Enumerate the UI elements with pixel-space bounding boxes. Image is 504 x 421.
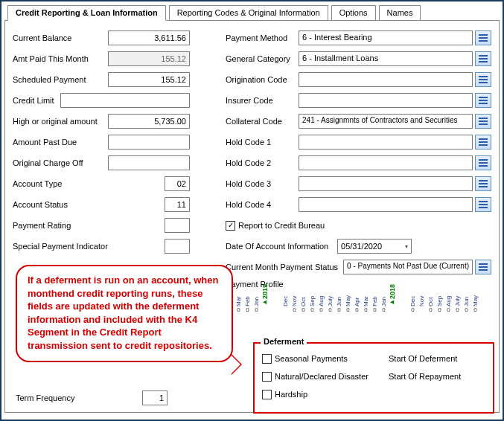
svg-rect-11 [479, 103, 488, 104]
checkbox-report-bureau[interactable]: ✓ [226, 221, 235, 231]
input-credit-limit[interactable] [60, 93, 190, 108]
lookup-cm-payment-status[interactable] [475, 260, 491, 274]
list-icon [478, 200, 488, 209]
label-term-frequency: Term Frequency [16, 393, 142, 402]
label-hold2: Hold Code 2 [226, 158, 299, 167]
credit-reporting-window: Credit Reporting & Loan Information Repo… [0, 0, 504, 421]
lookup-hold2[interactable] [475, 155, 491, 170]
list-icon [478, 263, 488, 271]
lookup-origination-code[interactable] [475, 72, 491, 87]
lookup-hold4[interactable] [475, 197, 491, 212]
input-special-payment[interactable] [165, 239, 190, 254]
checkbox-natural-disaster[interactable] [262, 372, 272, 382]
combo-hold4[interactable] [299, 197, 473, 212]
combo-collateral-code[interactable]: 241 - Assignmnts of Contractors and Secu… [299, 114, 473, 129]
svg-rect-12 [479, 118, 488, 119]
lookup-payment-method[interactable] [475, 30, 491, 45]
input-original-charge-off[interactable] [108, 155, 190, 170]
lookup-insurer-code[interactable] [475, 93, 491, 108]
input-payment-rating[interactable] [165, 218, 190, 233]
label-payment-rating: Payment Rating [13, 221, 165, 230]
lookup-hold3[interactable] [475, 176, 491, 191]
svg-rect-28 [479, 266, 488, 268]
checkbox-seasonal[interactable] [262, 354, 272, 364]
input-account-type[interactable] [165, 176, 190, 191]
label-general-category: General Category [226, 54, 299, 63]
list-icon [478, 138, 488, 147]
combo-general-category[interactable]: 6 - Installment Loans [299, 51, 473, 66]
combo-hold1[interactable] [299, 135, 473, 150]
deferment-legend: Deferment [261, 337, 307, 346]
label-report-bureau: Report to Credit Bureau [238, 221, 325, 230]
svg-rect-0 [479, 34, 488, 36]
label-account-status: Account Status [13, 200, 165, 209]
label-cm-payment-status: Current Month Payment Status [226, 263, 343, 271]
payment-profile: Payment Profile AprMarFebJan▸2019DecNovO… [226, 280, 491, 313]
input-amount-past-due[interactable] [108, 135, 190, 150]
label-special-payment: Special Payment Indicator [13, 242, 165, 251]
svg-rect-20 [479, 165, 488, 167]
label-start-repayment: Start Of Repayment [389, 372, 485, 381]
label-account-info-date: Date Of Account Information [226, 242, 337, 251]
annotation-callout: If a deferment is run on an account, whe… [16, 265, 233, 362]
input-current-balance[interactable] [108, 30, 190, 45]
tab-bar: Credit Reporting & Loan Information Repo… [4, 4, 500, 20]
svg-rect-10 [479, 100, 488, 101]
svg-rect-24 [479, 201, 488, 202]
tab-names[interactable]: Names [379, 5, 421, 21]
combo-payment-method[interactable]: 6 - Interest Bearing [299, 30, 473, 45]
label-seasonal: Seasonal Payments [275, 354, 348, 363]
input-high-original[interactable] [108, 114, 190, 129]
lookup-collateral-code[interactable] [475, 114, 491, 129]
svg-rect-26 [479, 207, 488, 208]
date-value: 05/31/2020 [341, 242, 382, 251]
svg-rect-22 [479, 183, 488, 184]
checkbox-hardship[interactable] [262, 390, 272, 399]
combo-cm-payment-status[interactable]: 0 - Payments Not Past Due (Current) [343, 260, 473, 274]
chevron-down-icon: ▾ [405, 243, 408, 250]
svg-rect-29 [479, 269, 488, 271]
lookup-hold1[interactable] [475, 135, 491, 150]
svg-rect-15 [479, 138, 488, 140]
lookup-general-category[interactable] [475, 51, 491, 66]
combo-hold3[interactable] [299, 176, 473, 191]
svg-rect-25 [479, 204, 488, 205]
list-icon [478, 75, 488, 84]
label-origination-code: Origination Code [226, 75, 299, 84]
label-hold1: Hold Code 1 [226, 138, 299, 147]
input-amt-paid [108, 51, 190, 66]
list-icon [478, 54, 488, 63]
label-collateral-code: Collateral Code [226, 117, 299, 126]
tab-options[interactable]: Options [331, 5, 376, 21]
list-icon [478, 179, 488, 188]
combo-insurer-code[interactable] [299, 93, 473, 108]
label-payment-method: Payment Method [226, 33, 299, 42]
list-icon [478, 96, 488, 105]
svg-rect-3 [479, 55, 488, 57]
input-scheduled-payment[interactable] [108, 72, 190, 87]
label-hold3: Hold Code 3 [226, 179, 299, 188]
input-account-status[interactable] [165, 197, 190, 212]
svg-rect-8 [479, 82, 488, 83]
svg-rect-7 [479, 79, 488, 80]
tab-credit-reporting[interactable]: Credit Reporting & Loan Information [7, 5, 166, 21]
input-term-frequency[interactable] [142, 391, 168, 405]
svg-rect-9 [479, 97, 488, 98]
combo-origination-code[interactable] [299, 72, 473, 87]
label-insurer-code: Insurer Code [226, 96, 299, 105]
label-current-balance: Current Balance [13, 33, 108, 42]
svg-rect-19 [479, 162, 488, 164]
label-hold4: Hold Code 4 [226, 200, 299, 209]
tab-panel: Current Balance Amt Paid This Month Sche… [4, 20, 500, 413]
tab-reporting-codes[interactable]: Reporting Codes & Original Information [169, 5, 328, 21]
combo-hold2[interactable] [299, 155, 473, 170]
datepicker-account-info[interactable]: 05/31/2020 ▾ [337, 239, 412, 254]
svg-rect-16 [479, 141, 488, 143]
svg-rect-2 [479, 40, 488, 42]
right-column: Payment Method 6 - Interest Bearing Gene… [226, 30, 491, 313]
svg-rect-4 [479, 58, 488, 60]
list-icon [478, 158, 488, 167]
label-amt-paid: Amt Paid This Month [13, 54, 108, 63]
label-hardship: Hardship [275, 390, 307, 399]
label-natural-disaster: Natural/Declared Disaster [275, 372, 369, 381]
